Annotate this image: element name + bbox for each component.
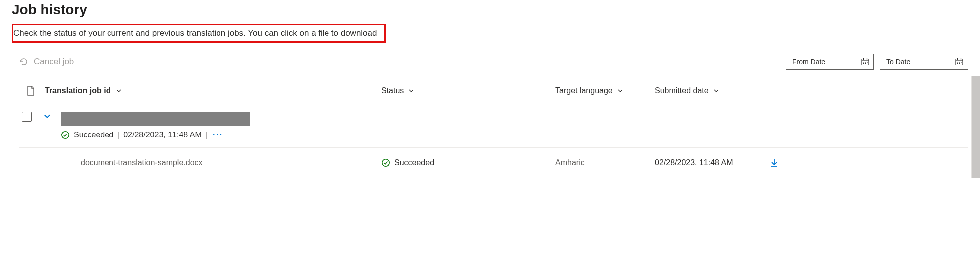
svg-point-19 — [382, 159, 389, 166]
chevron-down-icon — [617, 87, 624, 94]
column-header-submitted-date-label: Submitted date — [655, 86, 709, 95]
table-header-row: Translation job id Status Target languag… — [19, 76, 968, 105]
more-actions-button[interactable]: ··· — [212, 131, 224, 139]
row-submitted-date: 02/28/2023, 11:48 AM — [655, 158, 769, 167]
vertical-scrollbar[interactable] — [971, 76, 980, 178]
to-date-label: To Date — [886, 58, 910, 66]
success-icon — [381, 158, 390, 167]
column-header-job-id-label: Translation job id — [45, 86, 110, 95]
row-status-cell: Succeeded — [381, 158, 555, 167]
scrollbar-thumb[interactable] — [972, 76, 980, 178]
calendar-icon — [861, 57, 870, 66]
job-group-meta: Succeeded | 02/28/2023, 11:48 AM | ··· — [61, 131, 250, 139]
row-target-language: Amharic — [555, 158, 655, 167]
success-icon — [61, 131, 70, 139]
toolbar: Cancel job From Date — [19, 54, 968, 76]
from-date-input[interactable]: From Date — [786, 54, 874, 70]
cancel-job-label: Cancel job — [34, 57, 74, 67]
job-history-page: Job history Check the status of your cur… — [0, 2, 980, 178]
column-header-submitted-date[interactable]: Submitted date — [655, 86, 769, 95]
svg-point-18 — [62, 132, 69, 138]
group-timestamp: 02/28/2023, 11:48 AM — [123, 131, 202, 139]
job-table: Translation job id Status Target languag… — [19, 76, 968, 178]
select-job-checkbox[interactable] — [22, 112, 32, 122]
column-header-target-language-label: Target language — [555, 86, 613, 95]
toolbar-right: From Date To Date — [786, 54, 968, 70]
download-button[interactable] — [769, 158, 794, 168]
column-header-target-language[interactable]: Target language — [555, 86, 655, 95]
chevron-down-icon — [713, 87, 720, 94]
row-status-text: Succeeded — [394, 158, 434, 167]
calendar-icon — [955, 57, 964, 66]
file-icon — [26, 85, 35, 96]
divider: | — [117, 131, 119, 139]
expand-group-button[interactable] — [43, 112, 52, 121]
job-group-row: Succeeded | 02/28/2023, 11:48 AM | ··· — [19, 105, 968, 147]
job-id-redacted — [61, 112, 250, 126]
page-title: Job history — [12, 2, 968, 18]
divider: | — [206, 131, 208, 139]
subtitle-highlight-box: Check the status of your current and pre… — [12, 24, 386, 43]
cancel-job-button[interactable]: Cancel job — [19, 57, 74, 67]
refresh-icon — [19, 57, 29, 67]
to-date-input[interactable]: To Date — [880, 54, 968, 70]
header-file-icon-cell — [19, 85, 43, 96]
column-header-job-id[interactable]: Translation job id — [43, 86, 381, 95]
table-row[interactable]: document-translation-sample.docx Succeed… — [19, 147, 968, 178]
group-status-text: Succeeded — [74, 131, 113, 139]
file-name: document-translation-sample.docx — [45, 158, 203, 167]
column-header-status-label: Status — [381, 86, 404, 95]
from-date-label: From Date — [792, 58, 825, 66]
chevron-down-icon — [115, 87, 122, 94]
toolbar-left: Cancel job — [19, 57, 74, 67]
column-header-status[interactable]: Status — [381, 86, 555, 95]
page-subtitle: Check the status of your current and pre… — [13, 28, 377, 38]
chevron-down-icon — [408, 87, 415, 94]
